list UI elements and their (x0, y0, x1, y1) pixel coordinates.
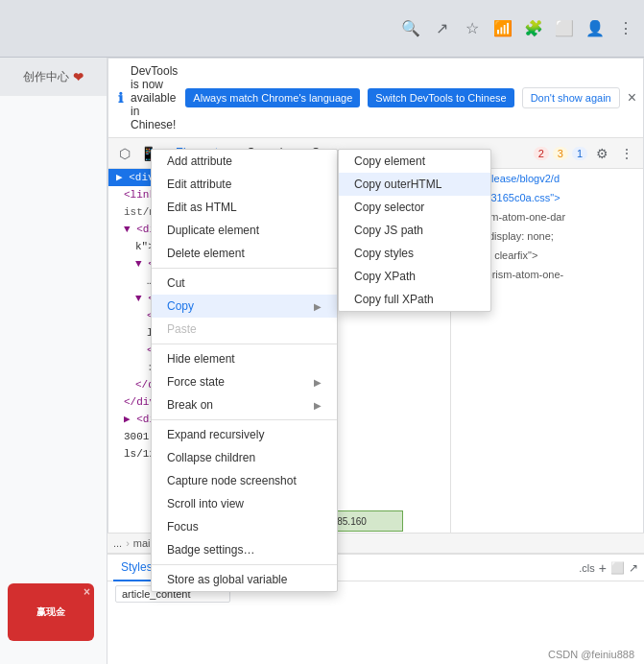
ctx-capture[interactable]: Capture node screenshot (152, 469, 337, 492)
ctx-copy-label: Copy (167, 299, 194, 313)
info-count: 1 (577, 148, 583, 159)
profile-icon[interactable]: 👤 (586, 20, 604, 37)
ctx-expand[interactable]: Expand recursively (152, 423, 337, 446)
ctx-hide[interactable]: Hide element (152, 347, 337, 370)
ctx-collapse-label: Collapse children (167, 451, 255, 464)
bookmark-icon[interactable]: ☆ (464, 20, 481, 37)
ctx-scroll-label: Scroll into view (167, 497, 244, 510)
ctx-focus-label: Focus (167, 520, 199, 534)
dom-tag: ▶ <div (116, 172, 155, 183)
ctx-edit-html-label: Edit as HTML (167, 201, 237, 214)
error-count: 2 (538, 148, 544, 159)
breadcrumb-sep-1: › (126, 537, 130, 549)
share-icon[interactable]: ↗ (433, 20, 450, 37)
ctx-add-attribute-label: Add attribute (167, 154, 232, 168)
sub-copy-outerhtml[interactable]: Copy outerHTML (339, 173, 490, 196)
chrome-action-icons: 🔍 ↗ ☆ 📶 🧩 ⬜ 👤 ⋮ (402, 20, 634, 37)
widget-label: 赢现金 (36, 605, 65, 619)
notify-message: DevTools is now available in Chinese! (131, 64, 178, 131)
sub-copy-element[interactable]: Copy element (339, 150, 490, 173)
ctx-sep-3 (152, 419, 337, 420)
ctx-force-state-label: Force state (167, 375, 225, 389)
info-icon: ℹ (118, 90, 123, 106)
settings-icon[interactable]: ⚙ (591, 143, 612, 164)
sidebar-content (0, 96, 107, 111)
ctx-sep-2 (152, 344, 337, 344)
devtools-more-icon[interactable]: ⋮ (616, 143, 637, 164)
extensions-icon[interactable]: 🧩 (525, 20, 542, 37)
sub-copy-js-path[interactable]: Copy JS path (339, 219, 490, 242)
ctx-collapse[interactable]: Collapse children (152, 446, 337, 469)
error-badge: 2 (534, 147, 549, 160)
devtools-notification: ℹ DevTools is now available in Chinese! … (108, 59, 643, 138)
sub-copy-xpath[interactable]: Copy XPath (339, 265, 490, 288)
ctx-capture-label: Capture node screenshot (167, 474, 297, 487)
ctx-delete[interactable]: Delete element (152, 242, 337, 265)
ctx-edit-html[interactable]: Edit as HTML (152, 196, 337, 219)
ctx-edit-attribute[interactable]: Edit attribute (152, 173, 337, 196)
ctx-break-on-arrow: ▶ (314, 400, 322, 411)
ctx-force-state[interactable]: Force state ▶ (152, 370, 337, 393)
breadcrumb-ellipsis: ... (113, 537, 122, 549)
styles-right-icons: .cls + ⬜ ↗ (579, 560, 638, 576)
ctx-copy-arrow: ▶ (314, 301, 322, 312)
ctx-hide-label: Hide element (167, 352, 235, 366)
ctx-cut-label: Cut (167, 276, 185, 290)
ctx-paste[interactable]: Paste (152, 318, 337, 341)
ctx-cut[interactable]: Cut (152, 272, 337, 295)
inspect-element-icon[interactable]: ⬡ (114, 143, 135, 164)
ctx-store-global[interactable]: Store as global variable (152, 568, 337, 591)
ctx-copy[interactable]: Copy ▶ (152, 295, 337, 318)
ctx-break-on-label: Break on (167, 398, 213, 412)
left-sidebar: 创作中心 ❤ (0, 58, 107, 664)
window-icon[interactable]: ⬜ (556, 20, 573, 37)
ctx-sep-4 (152, 564, 337, 565)
ctx-delete-label: Delete element (167, 247, 245, 260)
sub-copy-selector[interactable]: Copy selector (339, 196, 490, 219)
sidebar-top: 创作中心 ❤ (0, 58, 107, 96)
sidebar-icon: ❤ (73, 70, 83, 84)
add-style-icon[interactable]: + (599, 560, 607, 576)
sub-copy-styles[interactable]: Copy styles (339, 242, 490, 265)
ctx-sep-1 (152, 268, 337, 269)
context-menu: Add attribute Edit attribute Edit as HTM… (151, 149, 338, 592)
ctx-store-global-label: Store as global variable (167, 573, 287, 586)
style-toggle-icon[interactable]: ⬜ (610, 561, 625, 575)
ctx-duplicate-label: Duplicate element (167, 224, 259, 237)
ctx-force-state-arrow: ▶ (314, 377, 322, 388)
search-icon[interactable]: 🔍 (402, 20, 419, 37)
csdn-footer: CSDN @feiniu888 (548, 649, 634, 660)
left-promo-widget[interactable]: × 赢现金 (8, 583, 94, 641)
ctx-badge-label: Badge settings… (167, 543, 254, 557)
sub-copy-full-xpath[interactable]: Copy full XPath (339, 288, 490, 311)
copy-submenu: Copy element Copy outerHTML Copy selecto… (338, 149, 491, 312)
match-language-button[interactable]: Always match Chrome's language (185, 88, 360, 107)
ctx-paste-label: Paste (167, 322, 197, 336)
switch-chinese-button[interactable]: Switch DevTools to Chinese (368, 88, 513, 107)
ctx-add-attribute[interactable]: Add attribute (152, 150, 337, 173)
warning-badge: 3 (553, 147, 568, 160)
toolbar-right: 2 3 1 ⚙ ⋮ (534, 143, 637, 164)
info-badge: 1 (572, 147, 587, 160)
wifi-icon: 📶 (494, 20, 512, 37)
ctx-focus[interactable]: Focus (152, 515, 337, 538)
ctx-duplicate[interactable]: Duplicate element (152, 219, 337, 242)
ctx-badge[interactable]: Badge settings… (152, 538, 337, 561)
ctx-break-on[interactable]: Break on ▶ (152, 393, 337, 416)
dont-show-button[interactable]: Don't show again (522, 87, 620, 108)
style-link-icon[interactable]: ↗ (629, 561, 638, 575)
chrome-toolbar: 🔍 ↗ ☆ 📶 🧩 ⬜ 👤 ⋮ (0, 0, 644, 58)
ctx-scroll[interactable]: Scroll into view (152, 492, 337, 515)
sidebar-label: 创作中心 (23, 69, 69, 85)
close-icon[interactable]: × (628, 89, 636, 107)
cls-icon[interactable]: .cls (579, 562, 595, 574)
ctx-edit-attribute-label: Edit attribute (167, 178, 231, 191)
widget-close-icon[interactable]: × (83, 585, 90, 599)
menu-icon[interactable]: ⋮ (617, 20, 634, 37)
ctx-expand-label: Expand recursively (167, 428, 264, 441)
warning-count: 3 (558, 148, 563, 159)
